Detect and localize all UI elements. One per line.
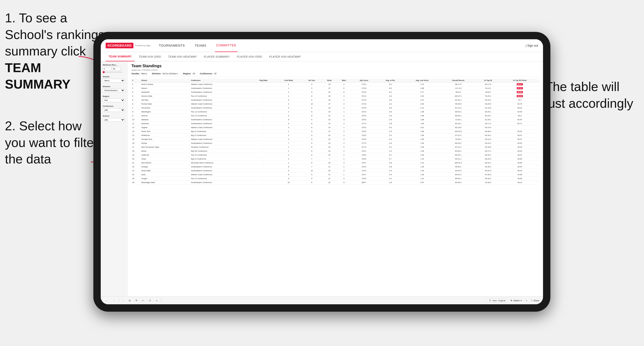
tab-player-summary[interactable]: PLAYER SUMMARY	[201, 52, 233, 61]
school-name: Duke	[140, 173, 190, 177]
no-tour: 9	[302, 177, 322, 180]
rnds: 24	[322, 153, 336, 157]
reg-rank: -	[251, 145, 276, 149]
filter-bar: Gender: Men's Division: NCAA Division I …	[132, 72, 539, 77]
reg-rank: -	[251, 110, 276, 114]
toolbar-grid[interactable]: ⊞	[128, 299, 132, 302]
rank-num: 25	[132, 177, 140, 180]
adj-score: 279.5	[351, 106, 377, 110]
conf-name: Pac-12 Conference	[190, 177, 252, 180]
adj-score: 273.5	[351, 82, 377, 86]
reg-rank: -	[251, 134, 276, 137]
top50-cell: 85.58	[500, 94, 539, 98]
table-row: 10 Alabama Southeastern Conference - 6 8…	[132, 118, 539, 122]
col-rank: #	[132, 79, 140, 82]
sign-out-button[interactable]: | Sign out	[526, 44, 538, 47]
overall: 60-39-2	[440, 180, 476, 184]
adj-score: 279.2	[351, 165, 377, 169]
rank-from-input[interactable]	[103, 67, 111, 71]
wins: 1	[337, 157, 351, 161]
overall: 76-26-1	[440, 137, 476, 141]
avg-par: -6.2	[377, 137, 404, 141]
vs25: 10-30-0	[476, 180, 500, 184]
avg-low: 3.01	[404, 126, 440, 130]
no-tour: 8	[302, 180, 322, 184]
top50-cell: 60.79	[500, 102, 539, 106]
toolbar-resize[interactable]: ⤡	[524, 299, 529, 302]
nav-teams[interactable]: TEAMS	[193, 39, 208, 52]
no-tour: 9	[302, 90, 322, 94]
conf-name: Big 12 Conference	[190, 130, 252, 134]
division-select[interactable]: NCAA Division I	[103, 89, 125, 92]
top50-cell: 58.34	[500, 130, 539, 134]
adj-score: 278.7	[351, 161, 377, 165]
conference-select[interactable]: (All)	[103, 108, 125, 112]
wins: 1	[337, 126, 351, 130]
school-select[interactable]: (All)	[103, 118, 125, 122]
rnds: 22	[322, 114, 336, 118]
nav-tournaments[interactable]: TOURNAMENTS	[158, 39, 186, 52]
adj-score: 279.5	[351, 177, 377, 180]
tab-team-h2h-grid[interactable]: TEAM H2H GRID	[136, 52, 164, 61]
overall: 63-15-1	[440, 98, 476, 102]
top50-cell: 48.27	[500, 153, 539, 157]
toolbar-dots[interactable]: • •	[141, 299, 146, 302]
reg-rank: -	[251, 137, 276, 141]
top50-cell: 60.04	[500, 118, 539, 122]
school-name: Auburn	[140, 86, 190, 90]
school-name: Texas	[140, 157, 190, 161]
school-name: East Tennessee State	[140, 145, 190, 149]
toolbar-forward[interactable]: →	[112, 299, 116, 302]
vs25: 22-17-1	[476, 149, 500, 153]
toolbar-menu[interactable]: ≡	[155, 299, 158, 302]
vs25: 29-15-1	[476, 98, 500, 102]
avg-par: -3.6	[377, 118, 404, 122]
table-row: 5 Ole Miss Southeastern Conference - 3 6…	[132, 98, 539, 102]
conf-rank: 2	[276, 134, 302, 137]
wins: 1	[337, 173, 351, 177]
view-original-button[interactable]: ☰ View: Original	[487, 299, 508, 303]
table-row: 7 Tennessee Southeastern Conference - 4 …	[132, 106, 539, 110]
school-name: Georgia	[140, 165, 190, 169]
table-row: 12 Virginia Atlantic Coast Conference - …	[132, 126, 539, 130]
nav-committee[interactable]: COMMITTEE	[215, 39, 238, 52]
no-tour: 8	[302, 122, 322, 126]
conf-name: Southeastern Conference	[190, 106, 252, 110]
overall: 104-43-2	[440, 130, 476, 134]
tab-player-h2h-grid[interactable]: PLAYER H2H GRID	[234, 52, 265, 61]
toolbar-share-icon[interactable]: ⧉	[134, 299, 138, 302]
table-row: 8 Washington Pac-12 Conference - 2 8 23 …	[132, 110, 539, 114]
rank-slider-track[interactable]	[103, 72, 122, 73]
share-button[interactable]: ⤴ Share	[531, 299, 539, 302]
school-name: Tennessee	[140, 106, 190, 110]
avg-low: 0.97	[404, 180, 440, 184]
tab-team-h2h-heatmap[interactable]: TEAM H2H HEATMAP	[165, 52, 200, 61]
wins: 2	[337, 134, 351, 137]
tab-player-h2h-heatmap[interactable]: PLAYER H2H HEATMAP	[266, 52, 304, 61]
wins: 3	[337, 161, 351, 165]
rank-num: 6	[132, 102, 140, 106]
rank-slider-thumb[interactable]	[103, 71, 105, 73]
rank-num: 8	[132, 110, 140, 114]
toolbar-up[interactable]: ↑	[122, 299, 125, 302]
avg-par: -3.8	[377, 122, 404, 126]
wins: 1	[337, 114, 351, 118]
toolbar-back[interactable]: ←	[104, 299, 109, 302]
watch-button[interactable]: 👁 Watch ▾	[510, 299, 522, 302]
school-name: Florida	[140, 141, 190, 145]
avg-par: 0.7	[377, 157, 404, 161]
region-select[interactable]: N/A	[103, 98, 125, 102]
gender-select[interactable]: Men's	[103, 79, 125, 82]
toolbar-clock[interactable]: ⏱	[148, 299, 152, 302]
col-adj-score: Adj. Score	[351, 79, 377, 82]
school-name: Oregon	[140, 177, 190, 180]
adj-score: 276.3	[351, 114, 377, 118]
vs25: 54-4-0	[476, 86, 500, 90]
vs25: 20-39-1	[476, 165, 500, 169]
no-tour: 9	[302, 130, 322, 134]
main-content: Minimum Rou... Gender Men's	[101, 61, 543, 296]
tab-team-summary[interactable]: TEAM SUMMARY	[106, 52, 135, 61]
rank-to-input[interactable]	[112, 67, 121, 71]
rnds: 21	[322, 177, 336, 180]
adj-score: 276.9	[351, 118, 377, 122]
